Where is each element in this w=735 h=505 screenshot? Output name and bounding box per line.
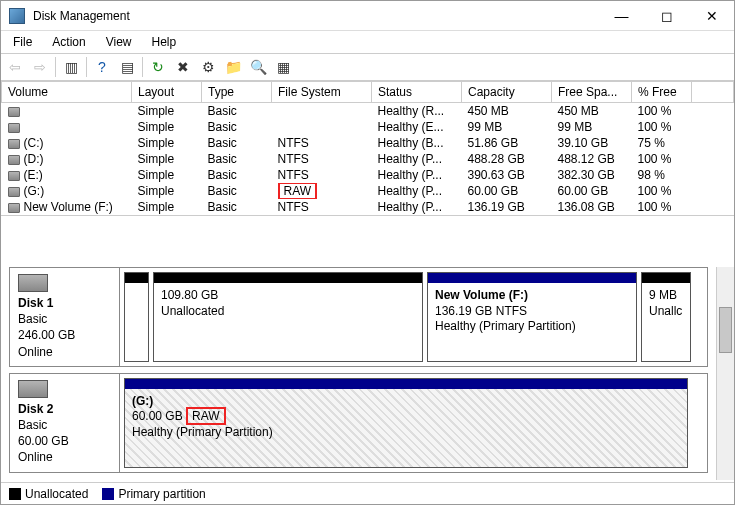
legend: UnallocatedPrimary partition xyxy=(1,482,734,504)
volume-icon xyxy=(8,203,20,213)
volume-label: (C:) xyxy=(24,136,44,150)
forward-icon: ⇨ xyxy=(28,55,52,79)
table-row[interactable]: New Volume (F:)SimpleBasicNTFSHealthy (P… xyxy=(2,199,734,215)
extent-body xyxy=(125,283,148,361)
search-icon[interactable]: 🔍 xyxy=(246,55,270,79)
volume-label: New Volume (F:) xyxy=(24,200,113,214)
extent[interactable] xyxy=(124,272,149,362)
table-row[interactable]: SimpleBasicHealthy (E...99 MB99 MB100 % xyxy=(2,119,734,135)
disk-icon xyxy=(18,380,48,398)
menu-bar: FileActionViewHelp xyxy=(1,31,734,53)
show-hide-icon[interactable]: ▥ xyxy=(59,55,83,79)
close-button[interactable]: ✕ xyxy=(689,1,734,30)
window-title: Disk Management xyxy=(33,9,599,23)
legend-swatch xyxy=(9,488,21,500)
extent-body: (G:)60.00 GB RAWHealthy (Primary Partiti… xyxy=(125,389,687,467)
extent[interactable]: (G:)60.00 GB RAWHealthy (Primary Partiti… xyxy=(124,378,688,468)
back-icon: ⇦ xyxy=(3,55,27,79)
disk-row[interactable]: Disk 1Basic246.00 GBOnline109.80 GBUnall… xyxy=(9,267,708,367)
toolbar: ⇦ ⇨ ▥ ? ▤ ↻ ✖ ⚙ 📁 🔍 ▦ xyxy=(1,53,734,81)
legend-item: Unallocated xyxy=(9,487,88,501)
menu-view[interactable]: View xyxy=(98,33,140,51)
volume-label: (D:) xyxy=(24,152,44,166)
vertical-scrollbar[interactable] xyxy=(716,267,734,480)
extent-body: New Volume (F:)136.19 GB NTFSHealthy (Pr… xyxy=(428,283,636,361)
app-icon xyxy=(9,8,25,24)
legend-swatch xyxy=(102,488,114,500)
extent[interactable]: 9 MBUnallc xyxy=(641,272,691,362)
extent-primary-bar xyxy=(428,273,636,283)
remove-icon[interactable]: ✖ xyxy=(171,55,195,79)
volume-icon xyxy=(8,107,20,117)
maximize-button[interactable]: ◻ xyxy=(644,1,689,30)
col-header[interactable]: Status xyxy=(372,82,462,103)
volume-label: (E:) xyxy=(24,168,43,182)
disk-header: Disk 1Basic246.00 GBOnline xyxy=(10,268,120,366)
disk-graphical-view: Disk 1Basic246.00 GBOnline109.80 GBUnall… xyxy=(1,267,734,480)
disk-header: Disk 2Basic60.00 GBOnline xyxy=(10,374,120,472)
volume-icon xyxy=(8,139,20,149)
extent-unallocated-bar xyxy=(125,273,148,283)
col-header[interactable]: Free Spa... xyxy=(552,82,632,103)
legend-item: Primary partition xyxy=(102,487,205,501)
menu-file[interactable]: File xyxy=(5,33,40,51)
title-bar: Disk Management ― ◻ ✕ xyxy=(1,1,734,31)
extent[interactable]: 109.80 GBUnallocated xyxy=(153,272,423,362)
volume-icon xyxy=(8,155,20,165)
volume-icon xyxy=(8,123,20,133)
wizard-icon[interactable]: ▦ xyxy=(271,55,295,79)
table-row[interactable]: (C:)SimpleBasicNTFSHealthy (B...51.86 GB… xyxy=(2,135,734,151)
col-header[interactable]: Layout xyxy=(132,82,202,103)
extent-body: 9 MBUnallc xyxy=(642,283,690,361)
col-header[interactable]: Volume xyxy=(2,82,132,103)
help-icon[interactable]: ? xyxy=(90,55,114,79)
extent-body: 109.80 GBUnallocated xyxy=(154,283,422,361)
settings-icon[interactable]: ⚙ xyxy=(196,55,220,79)
folder-icon[interactable]: 📁 xyxy=(221,55,245,79)
extent[interactable]: New Volume (F:)136.19 GB NTFSHealthy (Pr… xyxy=(427,272,637,362)
col-header[interactable]: % Free xyxy=(632,82,692,103)
volume-label: (G:) xyxy=(24,184,45,198)
menu-help[interactable]: Help xyxy=(144,33,185,51)
minimize-button[interactable]: ― xyxy=(599,1,644,30)
refresh-icon[interactable]: ↻ xyxy=(146,55,170,79)
table-row[interactable]: (E:)SimpleBasicNTFSHealthy (P...390.63 G… xyxy=(2,167,734,183)
col-header[interactable]: Type xyxy=(202,82,272,103)
properties-icon[interactable]: ▤ xyxy=(115,55,139,79)
col-header[interactable]: File System xyxy=(272,82,372,103)
extent-primary-bar xyxy=(125,379,687,389)
extent-unallocated-bar xyxy=(642,273,690,283)
table-row[interactable]: (D:)SimpleBasicNTFSHealthy (P...488.28 G… xyxy=(2,151,734,167)
menu-action[interactable]: Action xyxy=(44,33,93,51)
extent-unallocated-bar xyxy=(154,273,422,283)
volume-table[interactable]: VolumeLayoutTypeFile SystemStatusCapacit… xyxy=(1,81,734,216)
volume-icon xyxy=(8,171,20,181)
table-row[interactable]: (G:)SimpleBasicRAWHealthy (P...60.00 GB6… xyxy=(2,183,734,199)
volume-icon xyxy=(8,187,20,197)
scrollbar-thumb[interactable] xyxy=(719,307,732,353)
col-header[interactable]: Capacity xyxy=(462,82,552,103)
fs-highlight: RAW xyxy=(278,183,318,199)
disk-row[interactable]: Disk 2Basic60.00 GBOnline(G:)60.00 GB RA… xyxy=(9,373,708,473)
disk-icon xyxy=(18,274,48,292)
table-row[interactable]: SimpleBasicHealthy (R...450 MB450 MB100 … xyxy=(2,103,734,120)
